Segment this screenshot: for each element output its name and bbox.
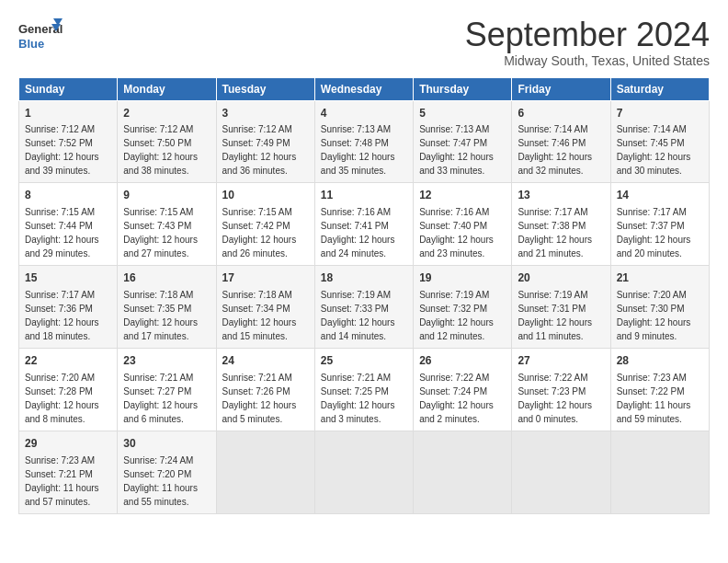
day-number: 25 (321, 353, 407, 369)
day-cell-21: 21Sunrise: 7:20 AMSunset: 7:30 PMDayligh… (610, 266, 709, 349)
day-info: Sunrise: 7:18 AMSunset: 7:35 PMDaylight:… (123, 290, 198, 341)
day-cell-1: 1Sunrise: 7:12 AMSunset: 7:52 PMDaylight… (19, 100, 118, 183)
day-number: 9 (123, 188, 210, 203)
empty-cell (216, 431, 314, 513)
day-cell-3: 3Sunrise: 7:12 AMSunset: 7:49 PMDaylight… (216, 100, 314, 183)
day-cell-12: 12Sunrise: 7:16 AMSunset: 7:40 PMDayligh… (414, 183, 512, 266)
day-number: 17 (222, 270, 309, 286)
day-number: 29 (25, 436, 111, 452)
day-cell-13: 13Sunrise: 7:17 AMSunset: 7:38 PMDayligh… (512, 183, 610, 266)
day-number: 24 (222, 353, 309, 369)
day-cell-24: 24Sunrise: 7:21 AMSunset: 7:26 PMDayligh… (216, 348, 314, 431)
day-number: 19 (419, 270, 506, 286)
day-cell-22: 22Sunrise: 7:20 AMSunset: 7:28 PMDayligh… (19, 348, 118, 431)
header-cell-sunday: Sunday (19, 77, 118, 100)
day-info: Sunrise: 7:19 AMSunset: 7:32 PMDaylight:… (419, 290, 494, 341)
day-cell-6: 6Sunrise: 7:14 AMSunset: 7:46 PMDaylight… (512, 100, 610, 183)
day-info: Sunrise: 7:22 AMSunset: 7:23 PMDaylight:… (518, 373, 592, 424)
empty-cell (512, 431, 610, 513)
day-info: Sunrise: 7:14 AMSunset: 7:45 PMDaylight:… (617, 124, 691, 176)
day-info: Sunrise: 7:17 AMSunset: 7:36 PMDaylight:… (25, 290, 99, 341)
day-cell-7: 7Sunrise: 7:14 AMSunset: 7:45 PMDaylight… (610, 100, 709, 183)
day-number: 1 (25, 106, 111, 121)
day-cell-9: 9Sunrise: 7:15 AMSunset: 7:43 PMDaylight… (118, 183, 216, 266)
header-row: SundayMondayTuesdayWednesdayThursdayFrid… (19, 77, 710, 100)
week-row-5: 29Sunrise: 7:23 AMSunset: 7:21 PMDayligh… (19, 431, 710, 513)
day-info: Sunrise: 7:17 AMSunset: 7:37 PMDaylight:… (617, 207, 691, 259)
day-number: 2 (123, 106, 210, 121)
day-number: 11 (321, 188, 407, 203)
day-info: Sunrise: 7:15 AMSunset: 7:44 PMDaylight:… (25, 207, 99, 259)
header-cell-friday: Friday (512, 77, 610, 100)
day-number: 30 (123, 436, 210, 452)
day-cell-16: 16Sunrise: 7:18 AMSunset: 7:35 PMDayligh… (118, 266, 216, 349)
day-number: 23 (123, 353, 210, 369)
header-cell-thursday: Thursday (414, 77, 512, 100)
day-info: Sunrise: 7:14 AMSunset: 7:46 PMDaylight:… (518, 124, 592, 176)
day-info: Sunrise: 7:21 AMSunset: 7:25 PMDaylight:… (321, 373, 395, 424)
day-info: Sunrise: 7:12 AMSunset: 7:49 PMDaylight:… (222, 124, 297, 176)
week-row-4: 22Sunrise: 7:20 AMSunset: 7:28 PMDayligh… (19, 348, 710, 431)
day-info: Sunrise: 7:13 AMSunset: 7:47 PMDaylight:… (419, 124, 494, 176)
day-info: Sunrise: 7:15 AMSunset: 7:43 PMDaylight:… (123, 207, 198, 259)
day-cell-5: 5Sunrise: 7:13 AMSunset: 7:47 PMDaylight… (414, 100, 512, 183)
day-cell-2: 2Sunrise: 7:12 AMSunset: 7:50 PMDaylight… (118, 100, 216, 183)
day-info: Sunrise: 7:12 AMSunset: 7:52 PMDaylight:… (25, 124, 99, 176)
day-number: 10 (222, 188, 309, 203)
day-cell-18: 18Sunrise: 7:19 AMSunset: 7:33 PMDayligh… (314, 266, 413, 349)
header-cell-saturday: Saturday (610, 77, 709, 100)
day-number: 21 (617, 270, 703, 286)
day-number: 5 (419, 106, 506, 121)
day-number: 7 (617, 106, 703, 121)
day-info: Sunrise: 7:20 AMSunset: 7:30 PMDaylight:… (617, 290, 691, 341)
header-cell-wednesday: Wednesday (314, 77, 413, 100)
day-number: 12 (419, 188, 506, 203)
page: General Blue September 2024 Midway South… (0, 0, 728, 523)
day-number: 16 (123, 270, 210, 286)
main-title: September 2024 (465, 17, 710, 53)
day-cell-4: 4Sunrise: 7:13 AMSunset: 7:48 PMDaylight… (314, 100, 413, 183)
day-cell-11: 11Sunrise: 7:16 AMSunset: 7:41 PMDayligh… (314, 183, 413, 266)
day-number: 6 (518, 106, 604, 121)
day-number: 13 (518, 188, 604, 203)
logo: General Blue (18, 17, 64, 58)
day-number: 27 (518, 353, 604, 369)
calendar-table: SundayMondayTuesdayWednesdayThursdayFrid… (18, 77, 710, 514)
day-cell-26: 26Sunrise: 7:22 AMSunset: 7:24 PMDayligh… (414, 348, 512, 431)
week-row-1: 1Sunrise: 7:12 AMSunset: 7:52 PMDaylight… (19, 100, 710, 183)
title-block: September 2024 Midway South, Texas, Unit… (465, 17, 710, 68)
header-cell-tuesday: Tuesday (216, 77, 314, 100)
day-cell-8: 8Sunrise: 7:15 AMSunset: 7:44 PMDaylight… (19, 183, 118, 266)
day-cell-27: 27Sunrise: 7:22 AMSunset: 7:23 PMDayligh… (512, 348, 610, 431)
day-number: 14 (617, 188, 703, 203)
day-number: 8 (25, 188, 111, 203)
day-info: Sunrise: 7:12 AMSunset: 7:50 PMDaylight:… (123, 124, 198, 176)
day-number: 22 (25, 353, 111, 369)
week-row-2: 8Sunrise: 7:15 AMSunset: 7:44 PMDaylight… (19, 183, 710, 266)
day-info: Sunrise: 7:23 AMSunset: 7:22 PMDaylight:… (617, 373, 691, 424)
day-info: Sunrise: 7:16 AMSunset: 7:41 PMDaylight:… (321, 207, 395, 259)
subtitle: Midway South, Texas, United States (465, 53, 710, 68)
day-info: Sunrise: 7:22 AMSunset: 7:24 PMDaylight:… (419, 373, 494, 424)
day-cell-28: 28Sunrise: 7:23 AMSunset: 7:22 PMDayligh… (610, 348, 709, 431)
day-cell-23: 23Sunrise: 7:21 AMSunset: 7:27 PMDayligh… (118, 348, 216, 431)
day-info: Sunrise: 7:18 AMSunset: 7:34 PMDaylight:… (222, 290, 297, 341)
day-cell-15: 15Sunrise: 7:17 AMSunset: 7:36 PMDayligh… (19, 266, 118, 349)
day-info: Sunrise: 7:16 AMSunset: 7:40 PMDaylight:… (419, 207, 494, 259)
day-number: 20 (518, 270, 604, 286)
day-info: Sunrise: 7:17 AMSunset: 7:38 PMDaylight:… (518, 207, 592, 259)
day-info: Sunrise: 7:20 AMSunset: 7:28 PMDaylight:… (25, 373, 99, 424)
day-number: 3 (222, 106, 309, 121)
svg-text:Blue: Blue (18, 37, 44, 51)
empty-cell (610, 431, 709, 513)
day-cell-17: 17Sunrise: 7:18 AMSunset: 7:34 PMDayligh… (216, 266, 314, 349)
day-info: Sunrise: 7:15 AMSunset: 7:42 PMDaylight:… (222, 207, 297, 259)
logo-svg: General Blue (18, 17, 64, 58)
day-cell-10: 10Sunrise: 7:15 AMSunset: 7:42 PMDayligh… (216, 183, 314, 266)
day-info: Sunrise: 7:23 AMSunset: 7:21 PMDaylight:… (25, 455, 99, 507)
day-info: Sunrise: 7:19 AMSunset: 7:31 PMDaylight:… (518, 290, 592, 341)
header: General Blue September 2024 Midway South… (18, 17, 710, 68)
week-row-3: 15Sunrise: 7:17 AMSunset: 7:36 PMDayligh… (19, 266, 710, 349)
day-cell-14: 14Sunrise: 7:17 AMSunset: 7:37 PMDayligh… (610, 183, 709, 266)
day-number: 26 (419, 353, 506, 369)
